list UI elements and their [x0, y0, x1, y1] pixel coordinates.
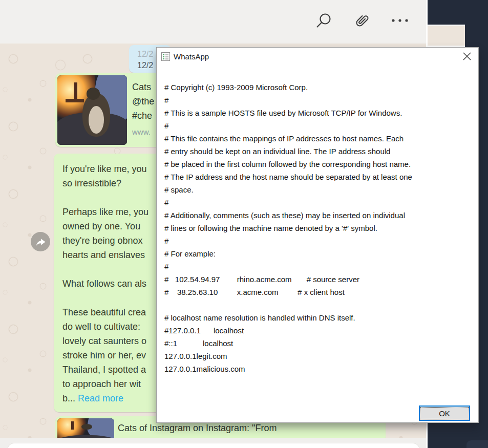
wallpaper-strip — [428, 25, 465, 47]
shelf — [66, 99, 83, 102]
close-button[interactable] — [459, 49, 475, 64]
hosts-file-content: # Copyright (c) 1993-2009 Microsoft Corp… — [164, 66, 475, 375]
lamp — [71, 421, 74, 430]
hosts-line: # lines or following the machine name de… — [164, 222, 475, 234]
cat-head — [81, 424, 92, 430]
lamp — [74, 82, 78, 100]
hosts-line: 127.0.0.1legit.com — [164, 350, 475, 362]
ok-button[interactable]: OK — [419, 406, 470, 421]
preview-line: #che — [132, 111, 152, 121]
hosts-line: # — [164, 94, 475, 106]
hosts-line: # — [164, 119, 475, 132]
compose-bar — [0, 438, 426, 448]
cat-belly — [89, 106, 104, 134]
link-preview-text: Cats@the#che — [132, 80, 154, 123]
hosts-line: # The IP address and the host name shoul… — [164, 170, 475, 183]
dialog-list-icon — [161, 52, 170, 63]
hosts-line: # 38.25.63.10 x.acme.com # x client host — [164, 286, 475, 298]
dialog-titlebar: WhatsApp — [157, 48, 478, 66]
menu-ellipsis-icon[interactable] — [389, 17, 412, 26]
truncation-text: b... — [62, 393, 78, 403]
hosts-line: #::1 localhost — [164, 337, 475, 350]
forward-message-button[interactable] — [31, 232, 50, 251]
preview-line: @the — [132, 96, 154, 106]
chat-toolbar — [0, 0, 426, 44]
hosts-line: # entry should be kept on an individual … — [164, 145, 475, 158]
dialog-title: WhatsApp — [174, 52, 209, 61]
attach-paperclip-icon[interactable] — [351, 11, 372, 33]
hosts-line — [164, 298, 475, 311]
hosts-line: # 102.54.94.97 rhino.acme.com # source s… — [164, 273, 475, 286]
bottom-right-card — [466, 440, 488, 448]
hosts-line: #127.0.0.1 localhost — [164, 324, 475, 337]
message-input[interactable] — [7, 443, 420, 448]
forward-arrow-icon — [35, 237, 46, 246]
hosts-line: # localhost name resolution is handled w… — [164, 311, 475, 324]
hosts-line: # be placed in the first column followed… — [164, 158, 475, 170]
hosts-line: # Copyright (c) 1993-2009 Microsoft Corp… — [164, 81, 475, 94]
preview-line: Cats — [132, 82, 151, 92]
cat-photo-thumbnail[interactable] — [57, 75, 127, 145]
link-preview-url[interactable]: www. — [132, 127, 151, 136]
cat-photo-thumbnail-small[interactable] — [57, 418, 114, 438]
hosts-line: # — [164, 234, 475, 247]
link-preview-title: Cats of Instagram on Instagram: "From — [118, 423, 277, 434]
hosts-line: # — [164, 196, 475, 209]
hosts-line: # space. — [164, 183, 475, 196]
hosts-line: # — [164, 260, 475, 273]
hosts-line: # Additionally, comments (such as these)… — [164, 209, 475, 222]
whatsapp-alert-dialog: WhatsApp # Copyright (c) 1993-2009 Micro… — [156, 47, 479, 423]
screen: 12/2 12/2 Cats@the#che www. — [0, 0, 488, 448]
close-icon — [462, 52, 472, 61]
hosts-line: # This is a sample HOSTS file used by Mi… — [164, 106, 475, 119]
search-icon[interactable] — [314, 11, 333, 33]
hosts-line: # For example: — [164, 247, 475, 260]
cat-head — [87, 88, 100, 99]
hosts-line: 127.0.0.1malicious.com — [164, 362, 475, 375]
read-more-link[interactable]: Read more — [78, 393, 123, 403]
hosts-line: # This file contains the mappings of IP … — [164, 132, 475, 145]
